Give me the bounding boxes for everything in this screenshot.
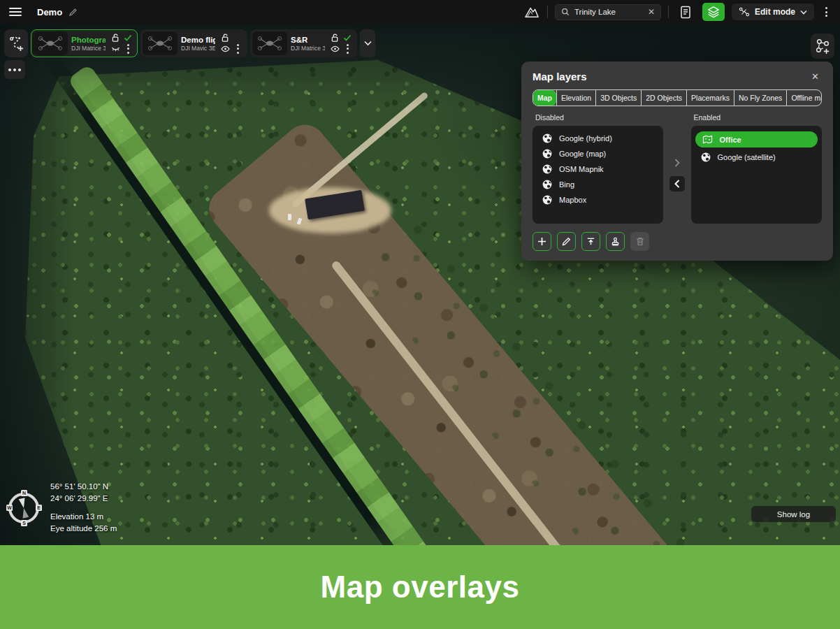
toolbar-divider [547,6,548,18]
mission-cards-row: Photogramm... DJI Matrice 350 RT... [4,29,375,57]
move-to-enabled-button[interactable] [669,155,685,171]
lock-open-icon[interactable] [222,34,229,42]
longitude-value: 24° 06' 29.99" E [50,493,117,505]
mission-card-subtitle: DJI Matrice 350 RT... [71,45,106,52]
check-icon [124,34,132,41]
close-icon[interactable]: ✕ [809,70,822,83]
globe-icon [542,164,552,174]
app-window: Demo Trinity Lake ✕ [0,0,840,629]
kebab-menu-icon[interactable] [347,44,349,54]
svg-text:W: W [7,505,12,510]
elevation-value: Elevation 13 m [50,511,117,523]
clear-icon[interactable]: ✕ [648,8,655,16]
kebab-menu-icon[interactable] [821,4,832,20]
tab-offline-maps[interactable]: Offline maps [786,90,822,106]
arrow-left-icon [674,180,680,188]
lock-open-icon[interactable] [112,34,120,42]
mission-card-demo-flight[interactable]: Demo flight DJI Mavic 3E [140,29,247,57]
georeference-layer-button[interactable] [606,232,625,251]
tab-map[interactable]: Map [533,90,556,106]
more-tools-button[interactable] [4,60,25,79]
globe-icon [542,133,552,143]
eye-closed-icon[interactable] [111,45,120,52]
map-layers-button[interactable] [702,3,725,21]
trash-icon [636,237,644,246]
import-layer-button[interactable] [581,232,600,251]
top-bar: Demo Trinity Lake ✕ [0,0,840,24]
eye-icon[interactable] [331,45,340,52]
mission-card-subtitle: DJI Matrice 350 RTK [291,45,325,52]
add-polygon-button[interactable] [811,34,834,59]
tab-no-fly-zones[interactable]: No Fly Zones [734,90,786,106]
stamp-icon [611,237,620,246]
layer-item-osm-mapnik[interactable]: OSM Mapnik [535,161,660,177]
polygon-add-icon [814,38,831,55]
search-icon [561,8,570,16]
edit-mode-icon [739,7,750,17]
tab-3d-objects[interactable]: 3D Objects [595,90,641,106]
chevron-down-icon [800,10,807,15]
eye-altitude-value: Eye altitude 256 m [50,523,117,535]
banner-title: Map overlays [321,570,520,605]
vehicle [288,214,291,220]
layer-item-google-satellite[interactable]: Google (satellite) [694,150,819,165]
mission-card-photogrammetry[interactable]: Photogramm... DJI Matrice 350 RT... [31,29,138,57]
layer-item-label: Google (map) [559,150,606,158]
lock-open-icon[interactable] [331,34,339,42]
edit-layer-button[interactable] [557,232,576,251]
enabled-list-label: Enabled [694,113,822,122]
dialog-title: Map layers [533,71,587,82]
enabled-layers-list: Office Google (satellite) [691,126,822,224]
layer-item-mapbox[interactable]: Mapbox [535,192,660,208]
mission-card-title: Demo flight [181,36,215,44]
layers-icon [707,6,720,18]
layer-item-google-map[interactable]: Google (map) [535,146,660,161]
drone-thumbnail [143,31,178,55]
compass[interactable]: N S W E [6,481,42,535]
move-to-disabled-button[interactable] [669,176,685,191]
upload-icon [586,237,595,246]
layer-item-label: Google (hybrid) [559,134,612,143]
add-layer-button[interactable] [533,232,551,251]
notes-icon [680,6,691,19]
dialog-tabs: Map Elevation 3D Objects 2D Objects Plac… [533,89,822,106]
layer-item-label: Office [720,136,741,144]
layer-item-label: Google (satellite) [718,153,776,161]
layer-item-bing[interactable]: Bing [535,177,660,192]
tab-2d-objects[interactable]: 2D Objects [641,90,686,106]
search-input[interactable]: Trinity Lake ✕ [555,4,661,20]
delete-layer-button[interactable] [630,232,649,251]
layer-item-office[interactable]: Office [695,131,818,147]
add-route-button[interactable] [4,29,28,57]
hamburger-menu-icon[interactable] [9,8,22,16]
mission-card-sr[interactable]: S&R DJI Matrice 350 RTK [250,29,357,57]
drone-thumbnail [33,31,68,55]
collapse-cards-button[interactable] [360,29,375,57]
edit-pencil-icon[interactable] [68,8,78,17]
map-layers-dialog: Map layers ✕ Map Elevation 3D Objects 2D… [521,62,833,261]
globe-icon [701,152,711,162]
show-log-button[interactable]: Show log [751,506,836,522]
svg-text:S: S [22,521,26,526]
tab-placemarks[interactable]: Placemarks [686,90,734,106]
tab-elevation[interactable]: Elevation [556,90,595,106]
kebab-menu-icon[interactable] [127,44,129,54]
chevron-down-icon [364,41,372,46]
bottom-banner: Map overlays [0,545,840,629]
disabled-list-label: Disabled [535,113,663,122]
arrow-right-icon [674,159,680,167]
edit-mode-dropdown[interactable]: Edit mode [732,3,814,20]
eye-icon[interactable] [221,45,230,52]
kebab-menu-icon[interactable] [237,44,239,54]
mission-card-subtitle: DJI Mavic 3E [181,45,215,52]
notes-button[interactable] [676,3,695,21]
mission-card-title: Photogramm... [71,36,106,44]
layer-item-google-hybrid[interactable]: Google (hybrid) [535,131,660,146]
edit-mode-label: Edit mode [755,7,795,17]
disabled-layers-list: Google (hybrid) Google (map) OSM Mapnik … [533,126,663,224]
mission-title: Demo [37,7,62,17]
terrain-icon[interactable] [523,5,540,19]
latitude-value: 56° 51' 50.10" N [50,481,117,493]
toolbar-divider [668,6,669,18]
coordinates-block: 56° 51' 50.10" N 24° 06' 29.99" E Elevat… [50,481,117,535]
